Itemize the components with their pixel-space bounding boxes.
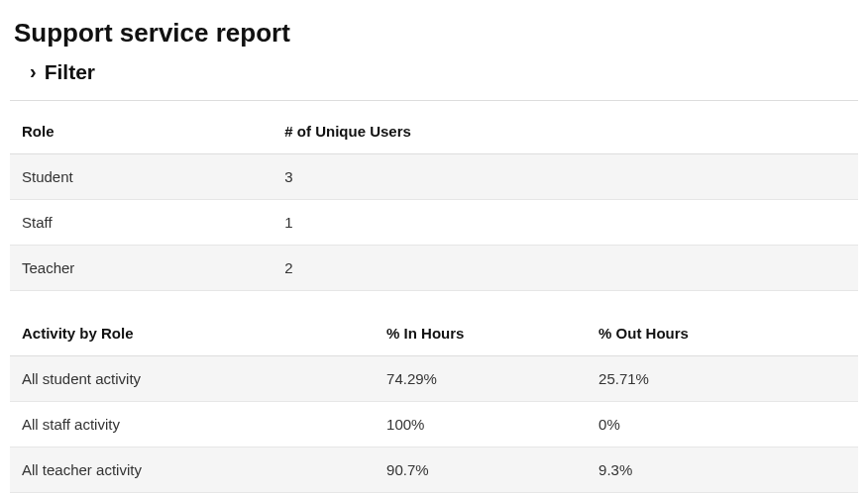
- cell-role: Teacher: [10, 246, 272, 291]
- cell-out: 25.71%: [587, 356, 858, 402]
- col-out-hours: % Out Hours: [587, 311, 858, 356]
- table-row: All student activity 74.29% 25.71%: [10, 356, 858, 402]
- table-row: Student 3: [10, 154, 858, 200]
- divider: [10, 100, 858, 101]
- unique-users-table: Role # of Unique Users Student 3 Staff 1…: [10, 109, 858, 291]
- cell-out: 0%: [587, 402, 858, 447]
- cell-role: Staff: [10, 200, 272, 246]
- filter-toggle[interactable]: › Filter: [30, 60, 95, 84]
- cell-users: 2: [272, 246, 858, 291]
- cell-activity: All student activity: [10, 356, 375, 402]
- cell-activity: All staff activity: [10, 402, 375, 447]
- table-row: Staff 1: [10, 200, 858, 246]
- table-row: All staff activity 100% 0%: [10, 402, 858, 447]
- cell-role: Student: [10, 154, 272, 200]
- cell-activity: All teacher activity: [10, 447, 375, 493]
- chevron-right-icon: ›: [30, 60, 37, 83]
- cell-in: 90.7%: [375, 447, 587, 493]
- col-role: Role: [10, 109, 272, 154]
- table-row: Teacher 2: [10, 246, 858, 291]
- col-in-hours: % In Hours: [375, 311, 587, 356]
- col-unique-users: # of Unique Users: [272, 109, 858, 154]
- cell-out: 9.3%: [587, 447, 858, 493]
- cell-users: 1: [272, 200, 858, 246]
- cell-in: 74.29%: [375, 356, 587, 402]
- cell-users: 3: [272, 154, 858, 200]
- activity-by-role-table: Activity by Role % In Hours % Out Hours …: [10, 311, 858, 493]
- cell-in: 100%: [375, 402, 587, 447]
- col-activity: Activity by Role: [10, 311, 375, 356]
- filter-label: Filter: [45, 60, 95, 84]
- page-title: Support service report: [14, 18, 858, 49]
- table-row: All teacher activity 90.7% 9.3%: [10, 447, 858, 493]
